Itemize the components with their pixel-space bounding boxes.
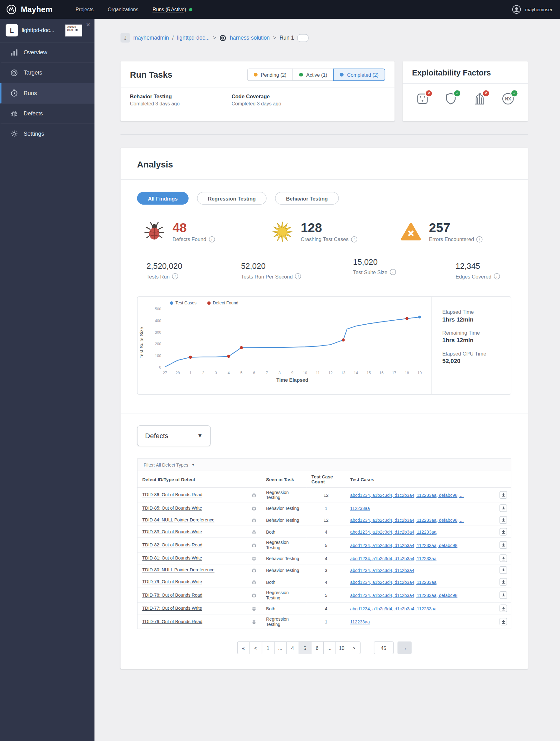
topbar-user[interactable]: mayhemuser <box>512 5 560 14</box>
layers-icon[interactable] <box>251 518 257 523</box>
factor-status-badge: ✓ <box>453 89 462 97</box>
clock-icon <box>10 89 18 97</box>
page-jump-go-button[interactable]: → <box>397 642 411 654</box>
svg-text:3: 3 <box>215 371 217 375</box>
info-icon[interactable]: i <box>477 236 483 242</box>
defect-link[interactable]: TDID-83: Out of Bounds Write <box>142 529 202 534</box>
info-icon[interactable]: i <box>351 236 357 242</box>
layers-icon[interactable] <box>251 606 257 611</box>
sidebar-item-runs[interactable]: Runs <box>0 83 94 104</box>
layers-icon[interactable] <box>251 543 257 548</box>
defect-type-filter[interactable]: Filter: All Defect Types ▼ <box>138 459 511 471</box>
test-case-links[interactable]: abcd1234, a1b2c3d4, d1c2b3a4, 112233aa, … <box>350 517 464 523</box>
brand-logo[interactable]: Mayhem <box>0 4 68 15</box>
page-button-4[interactable]: 4 <box>286 642 299 654</box>
run-tasks-tab-completed-2[interactable]: Completed (2) <box>333 69 385 81</box>
test-case-links[interactable]: abcd1234, a1b2c3d4, d1c2b3a4, 112233aa <box>350 579 436 585</box>
download-button[interactable] <box>499 618 507 625</box>
defect-link[interactable]: TDID-78: Out of Bounds Read <box>142 592 202 598</box>
breadcrumb-link-project[interactable]: lighttpd-doc... <box>177 35 210 41</box>
test-case-links[interactable]: 112233aa <box>350 619 370 624</box>
test-case-links[interactable]: abcd1234, a1b2c3d4, d1c2b3a4, 112233aa, … <box>350 492 464 498</box>
info-icon[interactable]: i <box>209 236 215 242</box>
defect-link[interactable]: TDID-85: Out of Bounds Write <box>142 505 202 511</box>
topbar-nav-projects[interactable]: Projects <box>75 7 93 12</box>
filter-pill-regression-testing[interactable]: Regression Testing <box>197 192 267 205</box>
download-button[interactable] <box>499 604 507 612</box>
test-case-links[interactable]: 112233aa <box>350 506 370 511</box>
sidebar-item-defects[interactable]: Defects <box>0 104 94 124</box>
info-icon[interactable]: i <box>390 269 396 275</box>
page-button-1[interactable]: 1 <box>262 642 274 654</box>
defect-link[interactable]: TDID-81: Out of Bounds Write <box>142 555 202 561</box>
stat-value: 12,345 <box>456 262 500 271</box>
table-row: TDID-83: Out of Bounds WriteBoth4abcd123… <box>138 526 511 538</box>
defect-link[interactable]: TDID-84: NULL Pointer Dereference <box>142 517 214 522</box>
svg-text:27: 27 <box>163 371 167 375</box>
page-button-[interactable]: < <box>249 642 262 654</box>
layers-icon[interactable] <box>251 580 257 585</box>
defect-link[interactable]: TDID-80: NULL Pointer Dereference <box>142 567 214 572</box>
sidebar-close-icon[interactable]: ✕ <box>86 22 90 27</box>
layers-icon[interactable] <box>251 567 257 573</box>
topbar-nav-organizations[interactable]: Organizations <box>108 7 138 12</box>
info-icon[interactable]: i <box>172 273 179 279</box>
layers-icon[interactable] <box>251 506 257 511</box>
page-button-6[interactable]: 6 <box>311 642 324 654</box>
layers-icon[interactable] <box>251 593 257 598</box>
download-button[interactable] <box>499 504 507 512</box>
download-button[interactable] <box>499 528 507 535</box>
sidebar-item-overview[interactable]: Overview <box>0 43 94 63</box>
download-button[interactable] <box>499 578 507 586</box>
layers-icon[interactable] <box>251 529 257 535</box>
page-button-[interactable]: ... <box>323 642 336 654</box>
filter-pill-behavior-testing[interactable]: Behavior Testing <box>275 192 339 205</box>
topbar-nav-runs-5-active[interactable]: Runs (5 Active) <box>152 7 192 12</box>
table-row: TDID-86: Out of Bounds ReadRegression Te… <box>138 487 511 502</box>
download-button[interactable] <box>499 554 507 562</box>
breadcrumb-more-button[interactable]: ⋯ <box>297 34 309 42</box>
info-icon[interactable]: i <box>494 273 500 279</box>
factor-status-badge: ✕ <box>482 89 490 97</box>
download-button[interactable] <box>499 541 507 549</box>
defect-link[interactable]: TDID-76: Out of Bounds Read <box>142 619 202 624</box>
page-button-[interactable]: > <box>348 642 360 654</box>
breadcrumb-link-owner[interactable]: mayhemadmin <box>133 35 169 41</box>
page-button-5[interactable]: 5 <box>298 642 311 654</box>
run-tasks-tab-active-1[interactable]: Active (1) <box>292 69 334 81</box>
run-tasks-tab-pending-2[interactable]: Pending (2) <box>247 69 293 81</box>
layers-icon[interactable] <box>251 619 257 624</box>
errors-encountered-stat: 257Errors Encounteredi <box>400 221 528 243</box>
defect-link[interactable]: TDID-82: Out of Bounds Read <box>142 542 202 547</box>
info-icon[interactable]: i <box>295 273 301 279</box>
page-jump-input[interactable] <box>373 642 394 654</box>
test-case-links[interactable]: abcd1234, a1b2c3d4, d1c2b3a4, 112233aa <box>350 529 436 535</box>
test-case-links[interactable]: abcd1234, a1b2c3d4, d1c2b3a4, 112233aa <box>350 606 436 611</box>
test-case-links[interactable]: abcd1234, a1b2c3d4, d1c2b3a4 <box>350 567 414 572</box>
filter-pill-all-findings[interactable]: All Findings <box>137 192 189 205</box>
defects-dropdown[interactable]: Defects ▼ <box>137 425 211 446</box>
defect-link[interactable]: TDID-79: Out of Bounds Write <box>142 579 202 585</box>
download-button[interactable] <box>499 591 507 599</box>
layers-icon[interactable] <box>251 492 257 498</box>
status-dot <box>254 73 258 76</box>
stat-label: Tests Run Per Secondi <box>241 273 353 279</box>
sidebar-item-settings[interactable]: Settings <box>0 124 94 144</box>
chart-plot: 0100200300400500272812345678910111213141… <box>138 297 431 394</box>
crash-icon <box>271 221 293 243</box>
test-case-links[interactable]: abcd1234, a1b2c3d4, d1c2b3a4, 112233aa <box>350 556 436 561</box>
download-button[interactable] <box>499 566 507 574</box>
breadcrumb-link-target[interactable]: harness-solution <box>230 35 270 41</box>
page-button-[interactable]: « <box>237 642 250 654</box>
test-case-links[interactable]: abcd1234, a1b2c3d4, d1c2b3a4, 112233aa, … <box>350 593 458 598</box>
test-case-links[interactable]: abcd1234, a1b2c3d4, d1c2b3a4, 112233aa, … <box>350 542 458 548</box>
download-button[interactable] <box>499 491 507 499</box>
defect-link[interactable]: TDID-77: Out of Bounds Write <box>142 605 202 611</box>
page-button-10[interactable]: 10 <box>335 642 348 654</box>
defect-link[interactable]: TDID-86: Out of Bounds Read <box>142 492 202 497</box>
sidebar-item-targets[interactable]: Targets <box>0 63 94 83</box>
seen-in-task: Regression Testing <box>261 588 306 603</box>
page-button-[interactable]: ... <box>274 642 287 654</box>
layers-icon[interactable] <box>251 556 257 561</box>
download-button[interactable] <box>499 516 507 524</box>
